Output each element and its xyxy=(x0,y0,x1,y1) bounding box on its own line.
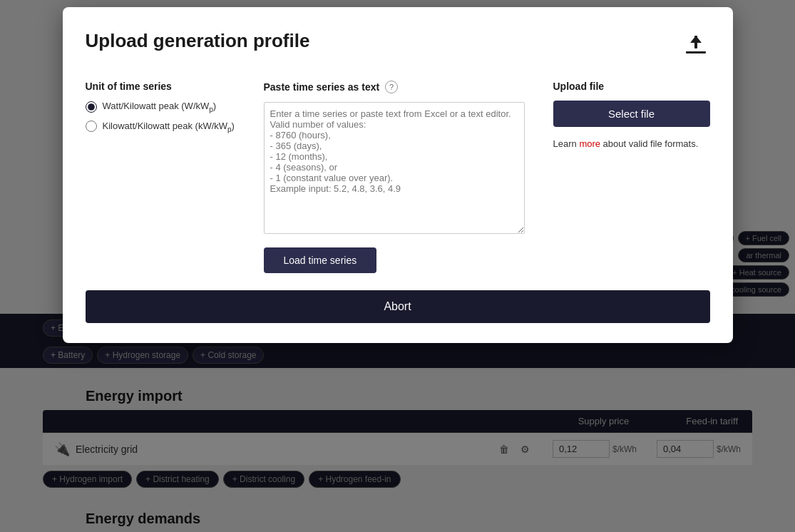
paste-textarea[interactable] xyxy=(264,102,525,234)
unit-section: Unit of time series Watt/Kilowatt peak (… xyxy=(86,81,235,273)
svg-rect-0 xyxy=(686,51,706,53)
modal-body: Unit of time series Watt/Kilowatt peak (… xyxy=(86,81,710,273)
help-icon[interactable]: ? xyxy=(385,81,398,93)
paste-section: Paste time series as text ? Load time se… xyxy=(264,81,525,273)
upload-icon xyxy=(684,33,707,56)
radio-kilowatt-label: Kilowatt/Kilowatt peak (kW/kWp) xyxy=(103,121,235,133)
radio-watt[interactable]: Watt/Kilowatt peak (W/kWp) xyxy=(86,101,235,113)
unit-section-label: Unit of time series xyxy=(86,81,235,92)
paste-section-label: Paste time series as text xyxy=(264,81,380,93)
modal-overlay: Upload generation profile Unit of time s… xyxy=(0,0,795,532)
radio-watt-input[interactable] xyxy=(86,101,97,113)
load-time-series-button[interactable]: Load time series xyxy=(264,247,377,273)
modal-header: Upload generation profile xyxy=(86,30,710,61)
modal-title: Upload generation profile xyxy=(86,30,310,52)
radio-kilowatt-input[interactable] xyxy=(86,121,97,132)
paste-section-header: Paste time series as text ? xyxy=(264,81,525,93)
select-file-button[interactable]: Select file xyxy=(553,101,710,127)
learn-more-link[interactable]: more xyxy=(579,138,600,149)
abort-button[interactable]: Abort xyxy=(86,290,710,323)
radio-kilowatt[interactable]: Kilowatt/Kilowatt peak (kW/kWp) xyxy=(86,121,235,133)
learn-more-text: Learn more about valid file formats. xyxy=(553,138,710,149)
radio-watt-label: Watt/Kilowatt peak (W/kWp) xyxy=(103,101,217,113)
upload-section: Upload file Select file Learn more about… xyxy=(553,81,710,273)
svg-marker-2 xyxy=(690,36,702,43)
upload-section-label: Upload file xyxy=(553,81,710,92)
upload-icon-button[interactable] xyxy=(682,30,710,61)
radio-group: Watt/Kilowatt peak (W/kWp) Kilowatt/Kilo… xyxy=(86,101,235,133)
upload-modal: Upload generation profile Unit of time s… xyxy=(63,7,733,343)
